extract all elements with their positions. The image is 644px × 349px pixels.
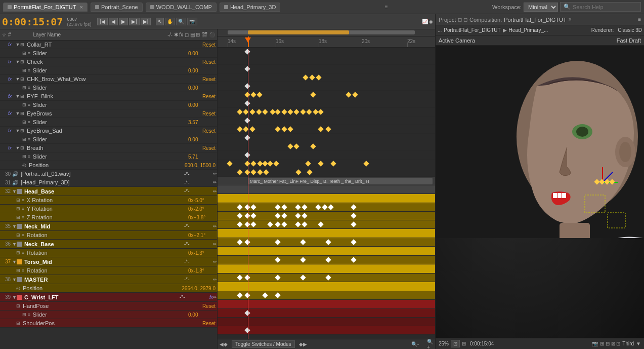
edit-icon-32[interactable]: ✏ (213, 189, 217, 194)
right-panel: Project ◻ ◻ Composition: PortraitFlat_Fo… (435, 14, 644, 349)
tool-icons: ↖ ✋ 🔍 📷 (156, 18, 197, 25)
layer-y-rotation[interactable]: ⊞ ≡ Y Rotation 0x-2.0° (0, 205, 217, 213)
layer-37-torsomid[interactable]: 37 ▼ Torso_Mid -*- ✏ (0, 257, 217, 266)
tab-close[interactable]: × (79, 4, 82, 10)
prev-keyframe-icon[interactable]: ◀◆ (220, 341, 228, 347)
timeline-zoom-out[interactable]: 🔍- (411, 341, 419, 347)
layer-breath-slider[interactable]: ⊞ ≡ Slider 5.71 (0, 152, 217, 161)
layer-neckmid-rotation[interactable]: ⊞ ≡ Rotation 0x+2.1° (0, 231, 217, 240)
breadcrumb-comp1[interactable]: PortraitFlat_For_DIGTUT (444, 27, 500, 33)
tl-cheek-slider (218, 73, 435, 82)
layer-chk-slider[interactable]: ⊞ ≡ Slider 0.00 (0, 84, 217, 92)
layer-chk-brow[interactable]: fx ▼ ⊞ CHK_Brow_What_Wow Reset (0, 75, 217, 84)
tick-14s (228, 43, 228, 47)
layer-eye-blink[interactable]: fx ▼ ⊞ EYE_Blink Reset (0, 92, 217, 101)
tab-wood-wall[interactable]: WOOD_WALL_COMP (146, 3, 217, 12)
layer-30-audio[interactable]: 30 🔊 [Portra...aft_01.wav] -*- ✏ (0, 170, 217, 178)
layer-expand-32[interactable]: ▼ (12, 189, 17, 194)
layer-eyebrows[interactable]: fx ▼ ⊞ EyeBrows Reset (0, 109, 217, 118)
layer-eyebrows-slider[interactable]: ⊞ ≡ Slider 3.57 (0, 118, 217, 127)
tl-collar-rt (218, 48, 435, 56)
edit-icon-38[interactable]: ✏ (213, 277, 217, 282)
layer-handpose-slider[interactable]: ⊞ ≡ Slider 0.00 (0, 311, 217, 319)
edit-icon-37[interactable]: ✏ (213, 259, 217, 264)
comp-close-icon[interactable]: × (569, 17, 572, 22)
layer-31-headprimary[interactable]: 31 🔊 [Head_Primary_3D] -*- ✏ (0, 178, 217, 187)
layer-cheek[interactable]: fx ▼ ⊞ Cheek Reset (0, 58, 217, 66)
layer-eyebrow-sad[interactable]: fx ▼ ⊞ EyeBrow_Sad Reset (0, 127, 217, 135)
layer-color-38 (17, 277, 22, 282)
go-to-end-button[interactable]: ▶| (141, 18, 151, 25)
svg-rect-7 (557, 193, 562, 198)
hand-tool-icon[interactable]: ✋ (165, 18, 175, 25)
layer-torsomid-rotation[interactable]: ⊞ ≡ Rotation 0x-1.8° (0, 266, 217, 275)
layer-icon-slider5: ⊞ ≡ (22, 120, 30, 125)
edit-icon-39[interactable]: ✏ (213, 295, 217, 300)
layer-38-master[interactable]: 38 ▼ MASTER -*- ✏ (0, 275, 217, 284)
view-select-button[interactable]: ▼ (636, 341, 641, 346)
renderer-label: Renderer: (591, 27, 614, 33)
toggle-switches-button[interactable]: Toggle Switches / Modes (232, 340, 295, 348)
layer-36-neckbase[interactable]: 36 ▼ Neck_Base -*- ✏ (0, 240, 217, 249)
layer-32-headbase[interactable]: 32 ▼ Head_Base -*- ✏ (0, 187, 217, 196)
zoom-tool-icon[interactable]: 🔍 (176, 18, 186, 25)
layer-collar-rt[interactable]: fx ▼ ⊞ Collar_RT Reset (0, 41, 217, 49)
edit-icon-36[interactable]: ✏ (213, 242, 217, 247)
layer-39-cwristlft[interactable]: 39 ▼ C_Wrist_LFT -*- fx ✏ (0, 293, 217, 302)
next-frame-button[interactable]: ▶| (129, 18, 140, 25)
add-keyframe-icon[interactable]: ◆ (429, 19, 433, 24)
workspace-select[interactable]: Minimal (524, 3, 558, 12)
comp-area: ☆ # Layer Name -/- ✱ fx ◻ ▤ ⊞ 🎬 ⚫ fx ▼ ⊞… (0, 29, 435, 349)
comp-hamburger[interactable]: ≡ (638, 17, 641, 22)
breadcrumb-comp2[interactable]: Head_Primary_... (509, 27, 548, 33)
edit-icon-30[interactable]: ✏ (213, 171, 217, 176)
grid-button[interactable]: ⊞ (462, 341, 466, 346)
next-keyframe-icon[interactable]: ◆▶ (299, 341, 307, 347)
layer-expand-35[interactable]: ▼ (12, 224, 17, 229)
layer-handpose[interactable]: ⊞ HandPose Reset (0, 302, 217, 311)
selection-tool-icon[interactable]: ↖ (156, 18, 164, 25)
edit-icon-35[interactable]: ✏ (213, 224, 217, 229)
layer-shoulderpos[interactable]: ⊞ ShoulderPos Reset (0, 319, 217, 328)
layer-icon-slider6: ⊞ ≡ (22, 137, 30, 142)
tab-portraitflat[interactable]: PortraitFlat_For_DIGTUT × (3, 3, 88, 12)
tab-head-primary[interactable]: Head_Primary_3D (220, 3, 280, 12)
fit-button[interactable]: ⊡ (451, 340, 460, 347)
layer-x-rotation[interactable]: ⊞ ≡ X Rotation 0x-5.0° (0, 196, 217, 205)
graph-editor-icon[interactable]: 📈 (422, 19, 428, 24)
layer-eyebrowsad-slider[interactable]: ⊞ ≡ Slider 0.00 (0, 135, 217, 144)
layer-expand-36[interactable]: ▼ (12, 242, 17, 247)
play-button[interactable]: ▶ (119, 18, 128, 25)
layer-eyeblink-slider[interactable]: ⊞ ≡ Slider 0.00 (0, 101, 217, 109)
prev-frame-button[interactable]: ◀ (109, 18, 118, 25)
layer-master-position[interactable]: ◎ Position 2664.0, 2979.0 (0, 284, 217, 293)
tl-chkbrow (218, 82, 435, 91)
go-to-start-button[interactable]: |◀ (97, 18, 108, 25)
workarea-bar[interactable] (218, 29, 435, 36)
tl-breath (218, 151, 435, 160)
timeline-ruler[interactable]: 14s 16s 18s 20s 22s (218, 36, 435, 48)
camera-tool-icon[interactable]: 📷 (187, 18, 197, 25)
view-controls[interactable]: ⊞ ⊟ ⊠ ⊡ (600, 341, 620, 346)
hamburger-icon[interactable]: ≡ (385, 4, 388, 10)
layer-icon-nmrot: ⊞ ≡ (16, 232, 24, 238)
edit-icon-31[interactable]: ✏ (213, 180, 217, 185)
timeline-body[interactable]: Marc_ Mother Fat_ LinF Fre_ Disp_ B. Tee… (218, 48, 435, 339)
layer-collar-slider[interactable]: ⊞ ≡ Slider 0.00 (0, 49, 217, 58)
layer-neckbase-rotation[interactable]: ⊞ ≡ Rotation 0x-1.3° (0, 249, 217, 257)
playhead-line (248, 48, 248, 339)
layer-z-rotation[interactable]: ⊞ ≡ Z Rotation 0x+3.8° (0, 213, 217, 222)
layers-body[interactable]: fx ▼ ⊞ Collar_RT Reset ⊞ ≡ Slider 0.00 (0, 41, 217, 349)
layer-breath[interactable]: fx ▼ ⊞ Breath Reset (0, 144, 217, 152)
layer-icon-breath: ⊞ (20, 145, 24, 150)
layer-35-neckmid[interactable]: 35 ▼ Neck_Mid -*- ✏ (0, 222, 217, 231)
layer-cheek-slider[interactable]: ⊞ ≡ Slider 0.00 (0, 66, 217, 75)
tab-portrait-scene[interactable]: Portrait_Scene (91, 3, 143, 12)
search-input[interactable] (573, 4, 642, 10)
timeline-zoom-in[interactable]: 🔍+ (427, 339, 433, 350)
layer-expand-39[interactable]: ▼ (12, 295, 17, 300)
layer-expand-37[interactable]: ▼ (12, 259, 17, 264)
layer-breath-position[interactable]: ◎ Position 600.0, 1500.0 (0, 161, 217, 170)
layer-icon-sp: ⊞ (16, 321, 20, 326)
layer-expand-38[interactable]: ▼ (12, 277, 17, 282)
